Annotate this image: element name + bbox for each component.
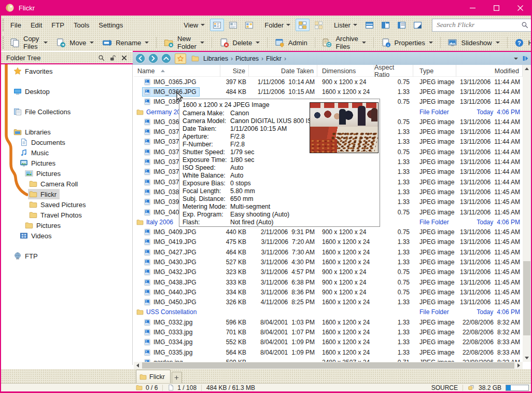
lister-dual-vert-button[interactable] bbox=[379, 19, 393, 31]
close-button[interactable] bbox=[508, 0, 532, 16]
scroll-right-icon[interactable] bbox=[515, 362, 523, 369]
folder-dual-2-button[interactable] bbox=[312, 19, 326, 31]
favorites-button[interactable] bbox=[175, 53, 186, 64]
toolbar-grip[interactable] bbox=[3, 36, 4, 49]
menu-settings[interactable]: Settings bbox=[94, 19, 128, 31]
file-row-img_0409.jpg[interactable]: IMG_0409.JPG 440 KB 2/11/20069:31 PM 900… bbox=[134, 227, 523, 237]
vertical-scrollbar-thumb[interactable] bbox=[523, 261, 530, 335]
scroll-up-icon[interactable] bbox=[523, 65, 531, 73]
back-button[interactable] bbox=[135, 53, 146, 64]
tree-item-file-collections[interactable]: File Collections bbox=[12, 106, 74, 117]
breadcrumb-segment[interactable]: Libraries bbox=[201, 54, 230, 63]
new-folder-button[interactable]: New Folder bbox=[160, 33, 208, 52]
menu-tools[interactable]: Tools bbox=[69, 19, 94, 31]
folder-dual-button[interactable] bbox=[296, 19, 310, 31]
file-row-img_0335.jpg[interactable]: IMG_0335.jpg 564 KB 8/04/20011:09 PM 160… bbox=[134, 347, 523, 357]
slideshow-button[interactable]: Slideshow bbox=[443, 36, 503, 50]
unlock-icon[interactable] bbox=[109, 55, 116, 61]
close-panel-icon[interactable] bbox=[121, 55, 128, 61]
breadcrumb-segment[interactable]: Flickr bbox=[264, 54, 284, 63]
ftp-icon bbox=[13, 252, 22, 260]
tree-item-pictures[interactable]: Pictures bbox=[24, 168, 64, 179]
add-tab-button[interactable] bbox=[172, 372, 182, 383]
tree-item-desktop[interactable]: Desktop bbox=[12, 86, 53, 97]
minimize-button[interactable] bbox=[460, 0, 484, 16]
scroll-left-icon[interactable] bbox=[134, 362, 142, 369]
tree-item-camera-roll[interactable]: Camera Roll bbox=[28, 179, 81, 189]
menu-file[interactable]: File bbox=[6, 19, 26, 31]
file-row-img_0430.jpg[interactable]: IMG_0430.JPG 527 KB 3/11/20064:30 PM 160… bbox=[134, 257, 523, 267]
file-row-img_0365.jpg[interactable]: IMG_0365.JPG 397 KB 1/11/200610:14 AM 90… bbox=[134, 77, 523, 87]
file-row-img_0438.jpg[interactable]: IMG_0438.JPG 333 KB 3/11/20066:38 PM 900… bbox=[134, 277, 523, 287]
file-row-img_0419.jpg[interactable]: IMG_0419.JPG 475 KB 3/11/20067:20 AM 160… bbox=[134, 237, 523, 247]
folder-menu[interactable]: Folder bbox=[264, 21, 290, 29]
tree-item-travel-photos[interactable]: Travel Photos bbox=[28, 210, 85, 220]
tree-item-music[interactable]: Music bbox=[19, 147, 52, 158]
tree-item-documents[interactable]: Documents bbox=[19, 137, 68, 147]
tab-flickr[interactable]: Flickr bbox=[136, 370, 171, 383]
file-row-img_0332.jpg[interactable]: IMG_0332.jpg 596 KB 8/04/20011:03 PM 160… bbox=[134, 317, 523, 327]
column-header-aspect-ratio[interactable]: Aspect Ratio bbox=[374, 65, 413, 77]
copy-files-button[interactable]: Copy Files bbox=[6, 33, 52, 52]
file-row-img_0366.jpg[interactable]: IMG_0366.JPG 484 KB 1/11/200610:15 AM 16… bbox=[134, 87, 523, 97]
tree-item-flickr[interactable]: Flickr bbox=[28, 189, 60, 199]
horizontal-scrollbar[interactable] bbox=[134, 362, 523, 369]
breadcrumb-segment[interactable]: Pictures bbox=[233, 54, 261, 63]
view-thumbs-button[interactable] bbox=[242, 19, 256, 31]
search-icon[interactable] bbox=[521, 21, 528, 29]
folder-row-uss-constellation[interactable]: USS Constellation File Folder Today4:06 … bbox=[134, 307, 523, 317]
lister-dual-col-button[interactable] bbox=[395, 19, 409, 31]
forward-button[interactable] bbox=[148, 53, 159, 64]
admin-button[interactable]: Admin bbox=[271, 36, 312, 50]
menu-edit[interactable]: Edit bbox=[26, 19, 47, 31]
move-button[interactable]: Move bbox=[52, 36, 98, 50]
destination-toggle-icon[interactable] bbox=[468, 384, 474, 391]
file-row-img_0450.jpg[interactable]: IMG_0450.JPG 326 KB 4/11/20068:25 PM 160… bbox=[134, 297, 523, 307]
path-dropdown-icon[interactable] bbox=[514, 58, 518, 60]
archive-files-button[interactable]: Archive Files bbox=[318, 33, 370, 52]
search-field[interactable] bbox=[437, 21, 521, 29]
lister-corner-button[interactable] bbox=[411, 19, 425, 31]
menu-ftp[interactable]: FTP bbox=[47, 19, 69, 31]
tree-item-pictures[interactable]: Pictures bbox=[24, 220, 64, 231]
view-menu[interactable]: View bbox=[184, 21, 205, 29]
horizontal-scrollbar-thumb[interactable] bbox=[142, 362, 514, 369]
column-header-type[interactable]: Type bbox=[413, 65, 456, 77]
file-row-img_0334.jpg[interactable]: IMG_0334.jpg 552 KB 8/04/20011:09 PM 160… bbox=[134, 337, 523, 347]
help-button[interactable]: ?Help bbox=[510, 36, 532, 50]
column-header-modified[interactable]: Modified bbox=[456, 65, 523, 77]
file-row-img_0432.jpg[interactable]: IMG_0432.JPG 323 KB 3/11/20064:57 PM 900… bbox=[134, 267, 523, 277]
toolbar-grip[interactable] bbox=[3, 19, 4, 31]
rename-button[interactable]: Rename bbox=[98, 36, 153, 50]
chevron-down-icon bbox=[201, 24, 205, 26]
lister-menu[interactable]: Lister bbox=[334, 21, 357, 29]
tree-item-videos[interactable]: Videos bbox=[19, 231, 55, 241]
lister-single-button[interactable] bbox=[362, 19, 376, 31]
view-split-button[interactable] bbox=[226, 19, 240, 31]
search-input[interactable] bbox=[432, 19, 532, 32]
delete-button[interactable]: Delete bbox=[215, 36, 264, 50]
file-row-img_0333.jpg[interactable]: IMG_0333.jpg 701 KB 8/04/20011:07 PM 160… bbox=[134, 327, 523, 337]
view-details-button[interactable] bbox=[210, 19, 224, 31]
image-file-icon bbox=[144, 158, 151, 166]
tree-item-saved-pictures[interactable]: Saved Pictures bbox=[28, 199, 89, 210]
column-header-size[interactable]: Size bbox=[220, 65, 249, 77]
tree-item-ftp[interactable]: FTP bbox=[12, 251, 41, 261]
column-header-date-taken[interactable]: Date Taken bbox=[249, 65, 317, 77]
column-header-name[interactable]: Name bbox=[134, 65, 220, 77]
maximize-button[interactable] bbox=[484, 0, 508, 16]
file-row-gordon.jpg[interactable]: gordon.jpg 509 KB 2480 x 3507 x 24 0.71 … bbox=[134, 357, 523, 362]
tree-item-libraries[interactable]: Libraries bbox=[12, 127, 54, 137]
tree-item-favorites[interactable]: Favorites bbox=[12, 66, 55, 76]
up-button[interactable] bbox=[161, 53, 172, 64]
vertical-scrollbar[interactable] bbox=[523, 65, 531, 362]
column-header-dimensions[interactable]: Dimensions bbox=[317, 65, 374, 77]
dual-pane-toggle-icon[interactable] bbox=[522, 55, 529, 62]
file-row-img_0427.jpg[interactable]: IMG_0427.JPG 464 KB 3/11/20067:30 AM 160… bbox=[134, 247, 523, 257]
tree-item-pictures[interactable]: Pictures bbox=[19, 158, 59, 168]
scroll-down-icon[interactable] bbox=[523, 354, 531, 362]
folder-icon[interactable] bbox=[191, 55, 199, 62]
tree-search-icon[interactable] bbox=[98, 55, 105, 61]
properties-button[interactable]: Properties bbox=[377, 36, 437, 50]
file-row-img_0440.jpg[interactable]: IMG_0440.JPG 334 KB 3/11/20068:36 PM 900… bbox=[134, 287, 523, 297]
